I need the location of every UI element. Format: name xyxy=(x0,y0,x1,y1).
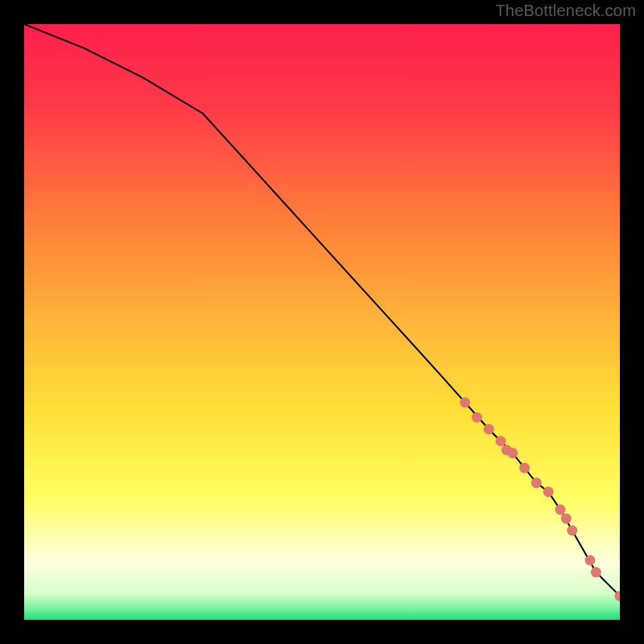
data-marker xyxy=(567,526,577,536)
chart-stage: TheBottleneck.com xyxy=(0,0,644,644)
data-marker xyxy=(472,412,482,423)
gradient-background xyxy=(24,24,620,620)
data-marker xyxy=(561,514,572,524)
data-marker xyxy=(507,448,518,458)
data-marker xyxy=(460,397,470,407)
attribution-label: TheBottleneck.com xyxy=(495,2,636,20)
data-marker xyxy=(519,463,530,473)
data-marker xyxy=(585,555,596,566)
data-marker xyxy=(484,424,494,435)
data-marker xyxy=(591,567,601,577)
data-marker xyxy=(531,477,542,488)
data-marker xyxy=(555,505,566,515)
chart-svg xyxy=(24,24,620,620)
data-marker xyxy=(543,486,554,497)
plot-area xyxy=(24,24,620,620)
data-marker xyxy=(496,436,506,447)
